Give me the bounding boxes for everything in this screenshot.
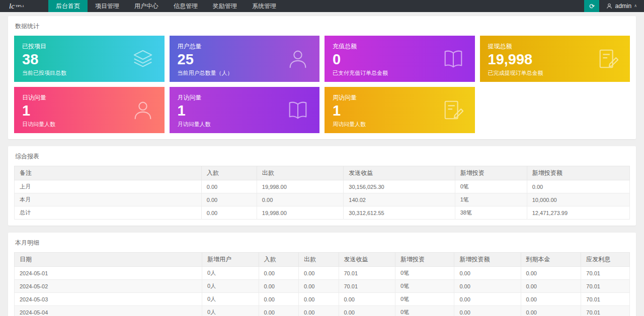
table-cell: 0.00 xyxy=(521,280,581,293)
stat-card-desc: 已支付充值订单总金额 xyxy=(333,69,467,77)
report-panel-title: 综合报表 xyxy=(15,152,629,161)
book-icon xyxy=(442,47,465,70)
stats-panel-title: 数据统计 xyxy=(15,22,629,31)
top-navbar: lcTP5.1 后台首页项目管理用户中心信息管理奖励管理系统管理 ⟳ admin… xyxy=(0,0,644,12)
table-cell: 2024-05-01 xyxy=(15,267,202,280)
table-cell: 0.00 xyxy=(259,267,298,280)
user-menu[interactable]: admin ∧ xyxy=(599,0,644,12)
stat-card-3: 提现总额19,998已完成提现订单总金额 xyxy=(480,36,630,82)
book-icon xyxy=(286,98,309,122)
detail-panel: 本月明细 日期新增用户入款出款发送收益新增投资新增投资额到期本金应发利息2024… xyxy=(8,233,636,316)
report-table: 备注入款出款发送收益新增投资新增投资额上月0.0019,998.0030,156… xyxy=(14,166,630,220)
table-row: 本月0.000.00140.021笔10,000.00 xyxy=(15,193,630,206)
nav-item-3[interactable]: 信息管理 xyxy=(166,0,205,12)
column-header: 入款 xyxy=(259,253,298,267)
column-header: 发送收益 xyxy=(344,166,455,180)
table-cell: 0笔 xyxy=(395,280,454,293)
refresh-icon: ⟳ xyxy=(589,3,595,10)
detail-panel-title: 本月明细 xyxy=(15,239,629,247)
table-cell: 70.01 xyxy=(339,280,395,293)
column-header: 发送收益 xyxy=(339,253,395,267)
table-cell: 0.00 xyxy=(259,280,298,293)
table-row: 上月0.0019,998.0030,156,025.300笔0.00 xyxy=(15,180,630,193)
column-header: 出款 xyxy=(257,166,343,180)
column-header: 出款 xyxy=(299,253,339,267)
table-cell: 70.01 xyxy=(339,267,395,280)
table-row: 总计0.0019,998.0030,312,612.5538笔12,471,27… xyxy=(15,206,630,220)
table-cell: 0人 xyxy=(202,280,259,293)
table-cell: 0.00 xyxy=(339,306,395,316)
table-cell: 2024-05-04 xyxy=(15,306,202,316)
column-header: 新增投资额 xyxy=(454,253,521,267)
table-cell: 0.00 xyxy=(521,267,581,280)
stat-card-4: 日访问量1日访问量人数 xyxy=(14,87,165,133)
table-cell: 0.00 xyxy=(259,306,298,316)
table-cell: 上月 xyxy=(15,180,202,193)
table-cell: 10,000.00 xyxy=(527,193,629,206)
table-cell: 0.00 xyxy=(454,293,521,306)
logo-text: lc xyxy=(9,2,15,11)
report-panel: 综合报表 备注入款出款发送收益新增投资新增投资额上月0.0019,998.003… xyxy=(8,146,636,226)
table-cell: 0.00 xyxy=(201,206,257,220)
table-cell: 本月 xyxy=(15,193,202,206)
stat-card-1: 用户总量25当前用户总数量（人） xyxy=(170,36,320,82)
column-header: 应发利息 xyxy=(581,253,630,267)
stats-panel: 数据统计 已投项目38当前已投项目总数用户总量25当前用户总数量（人）充值总额0… xyxy=(8,16,636,139)
note-icon xyxy=(597,47,620,70)
table-cell: 0.00 xyxy=(521,293,581,306)
stat-card-5: 月访问量1月访问量人数 xyxy=(170,87,320,133)
table-cell: 1笔 xyxy=(455,193,527,206)
table-cell: 0.00 xyxy=(299,293,339,306)
table-cell: 0.00 xyxy=(259,293,298,306)
table-cell: 19,998.00 xyxy=(257,206,343,220)
table-cell: 70.01 xyxy=(581,280,630,293)
table-cell: 0.00 xyxy=(299,280,339,293)
table-cell: 0.00 xyxy=(454,306,521,316)
table-cell: 0.00 xyxy=(521,306,581,316)
nav-item-1[interactable]: 项目管理 xyxy=(88,0,127,12)
column-header: 备注 xyxy=(15,166,202,180)
nav-item-0[interactable]: 后台首页 xyxy=(48,0,88,12)
column-header: 新增用户 xyxy=(202,253,259,267)
table-cell: 0人 xyxy=(202,306,259,316)
nav-item-4[interactable]: 奖励管理 xyxy=(205,0,245,12)
nav-item-5[interactable]: 系统管理 xyxy=(245,0,284,12)
table-cell: 12,471,273.99 xyxy=(527,206,629,220)
column-header: 到期本金 xyxy=(521,253,581,267)
stat-card-desc: 当前用户总数量（人） xyxy=(178,69,312,77)
column-header: 日期 xyxy=(15,253,202,267)
detail-table: 日期新增用户入款出款发送收益新增投资新增投资额到期本金应发利息2024-05-0… xyxy=(14,252,630,316)
table-cell: 0笔 xyxy=(395,306,454,316)
user-icon xyxy=(131,98,154,122)
table-cell: 30,312,612.55 xyxy=(344,206,455,220)
stat-card-0: 已投项目38当前已投项目总数 xyxy=(14,36,165,82)
navbar-right: ⟳ admin ∧ xyxy=(584,0,644,12)
header-row: 备注入款出款发送收益新增投资新增投资额 xyxy=(15,166,630,180)
table-cell: 70.01 xyxy=(581,306,630,316)
header-row: 日期新增用户入款出款发送收益新增投资新增投资额到期本金应发利息 xyxy=(15,253,630,267)
table-cell: 0人 xyxy=(202,267,259,280)
table-cell: 38笔 xyxy=(455,206,527,220)
column-header: 入款 xyxy=(201,166,257,180)
column-header: 新增投资额 xyxy=(527,166,629,180)
table-cell: 0.00 xyxy=(201,180,257,193)
detail-table-wrap: 日期新增用户入款出款发送收益新增投资新增投资额到期本金应发利息2024-05-0… xyxy=(14,252,630,316)
refresh-button[interactable]: ⟳ xyxy=(584,0,599,12)
table-cell: 70.01 xyxy=(581,293,630,306)
layers-icon xyxy=(131,47,154,70)
table-cell: 30,156,025.30 xyxy=(344,180,455,193)
table-cell: 0笔 xyxy=(395,293,454,306)
table-row: 2024-05-020人0.000.0070.010笔0.000.0070.01 xyxy=(15,280,630,293)
nav-item-2[interactable]: 用户中心 xyxy=(127,0,166,12)
stat-card-desc: 月访问量人数 xyxy=(178,121,312,128)
user-icon xyxy=(286,47,309,70)
user-icon xyxy=(606,3,612,9)
stat-card-desc: 周访问量人数 xyxy=(333,121,467,128)
stat-card-desc: 当前已投项目总数 xyxy=(22,69,156,77)
table-cell: 0.00 xyxy=(527,180,629,193)
table-cell: 0.00 xyxy=(454,280,521,293)
main-content: 数据统计 已投项目38当前已投项目总数用户总量25当前用户总数量（人）充值总额0… xyxy=(0,12,644,316)
chevron-up-icon: ∧ xyxy=(634,4,637,8)
column-header: 新增投资 xyxy=(455,166,527,180)
table-cell: 2024-05-02 xyxy=(15,280,202,293)
